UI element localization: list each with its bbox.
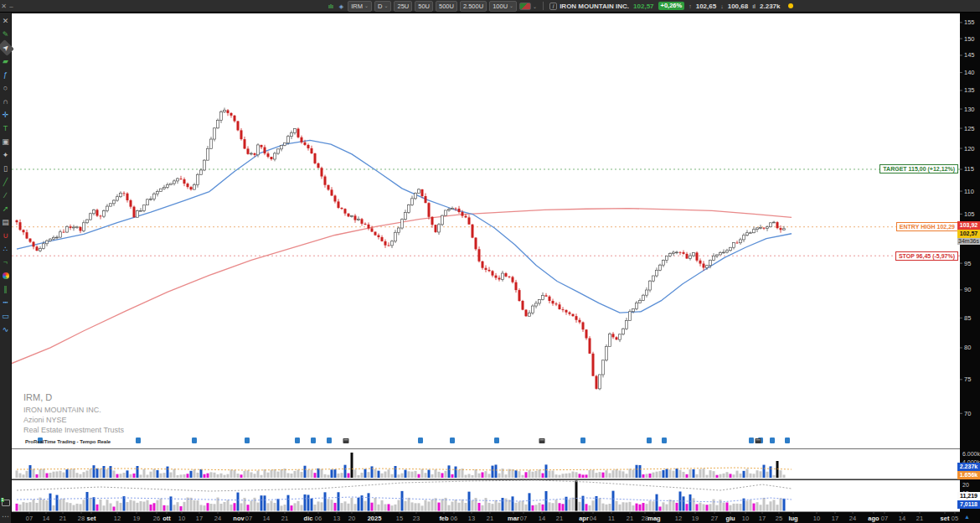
eraser-icon[interactable]: ▰ bbox=[1, 54, 11, 68]
anchor-tool-icon[interactable]: ◈ bbox=[338, 1, 345, 12]
trendline-icon[interactable]: ╱ bbox=[1, 175, 11, 189]
settings-tools-icon[interactable]: ✦ bbox=[1, 148, 11, 162]
chart-type-icon bbox=[519, 3, 531, 10]
svg-text:13: 13 bbox=[468, 515, 475, 522]
indicator-value-badge: 11,219 bbox=[957, 492, 980, 500]
svg-text:21: 21 bbox=[627, 515, 633, 522]
volume-bars-icon: ıl bbox=[752, 3, 756, 9]
symbol-dropdown[interactable]: IRM ⌄ bbox=[348, 1, 372, 12]
svg-text:27: 27 bbox=[711, 515, 718, 522]
dividend-event-icon[interactable] bbox=[192, 438, 197, 443]
svg-text:21: 21 bbox=[59, 515, 66, 522]
dividend-event-icon[interactable] bbox=[418, 438, 423, 443]
earnings-event-icon[interactable] bbox=[539, 438, 545, 443]
svg-text:20: 20 bbox=[348, 515, 355, 522]
close-icon[interactable]: ✕ bbox=[0, 0, 8, 13]
arrow-up-icon: ↑ bbox=[689, 3, 692, 9]
dividend-event-icon[interactable] bbox=[770, 438, 775, 443]
last-price-badge: 102,57 bbox=[957, 230, 980, 238]
dividend-event-icon[interactable] bbox=[580, 438, 585, 443]
magnet-icon[interactable]: ∪ bbox=[1, 229, 11, 242]
dividend-event-icon[interactable] bbox=[450, 438, 455, 443]
svg-text:apr: apr bbox=[579, 515, 589, 522]
dividend-event-icon[interactable] bbox=[785, 438, 790, 443]
alert-bell-icon[interactable]: ∩ bbox=[1, 95, 11, 108]
qty-button-500[interactable]: 500U bbox=[436, 1, 457, 12]
dividend-event-icon[interactable] bbox=[311, 438, 316, 443]
dividend-event-icon[interactable] bbox=[494, 438, 499, 443]
chart-type-dropdown[interactable]: ⌄ bbox=[519, 3, 537, 10]
qty-button-25[interactable]: 25U bbox=[394, 1, 412, 12]
color-wheel-icon[interactable] bbox=[1, 269, 11, 282]
svg-text:giu: giu bbox=[725, 515, 735, 522]
move-icon[interactable]: ✛ bbox=[1, 108, 11, 122]
svg-text:07: 07 bbox=[245, 515, 252, 522]
layout-monitor-icon[interactable]: 1 bbox=[1, 496, 11, 510]
minimize-icon[interactable]: – bbox=[8, 0, 15, 13]
platform-watermark: ProRealTime Trading - Tempo Reale bbox=[25, 439, 111, 444]
close-toolbar-icon[interactable]: ✕ bbox=[1, 14, 11, 28]
duplicate-icon[interactable]: ▣ bbox=[1, 135, 11, 148]
svg-text:24: 24 bbox=[849, 515, 856, 522]
quote-high: 102,65 bbox=[696, 3, 716, 10]
svg-text:19: 19 bbox=[133, 515, 140, 522]
entry-level-label[interactable]: ENTRY HIGH 102,29 bbox=[896, 222, 958, 231]
svg-text:12: 12 bbox=[675, 515, 682, 522]
zoom-icon[interactable]: ○ bbox=[1, 81, 11, 95]
toolbar-separator bbox=[543, 2, 544, 10]
trash-icon[interactable]: ▯ bbox=[1, 162, 11, 175]
dividend-event-icon[interactable] bbox=[245, 438, 250, 443]
pattern-icon[interactable]: ∴ bbox=[1, 242, 11, 256]
svg-text:lug: lug bbox=[788, 515, 798, 522]
target-level-label[interactable]: TARGET 115,00 (+12,12%) bbox=[879, 164, 958, 173]
svg-text:140: 140 bbox=[964, 69, 975, 76]
indicators-icon[interactable]: ƒ bbox=[1, 68, 11, 81]
svg-text:28: 28 bbox=[78, 515, 85, 522]
segment-icon[interactable]: ∕ bbox=[1, 189, 11, 202]
dividend-event-icon[interactable] bbox=[295, 438, 300, 443]
mini-candles-icon[interactable]: ılı bbox=[327, 1, 335, 12]
svg-text:10: 10 bbox=[178, 515, 185, 522]
svg-text:21: 21 bbox=[281, 515, 288, 522]
earnings-event-icon[interactable] bbox=[756, 438, 761, 443]
key-levels-icon[interactable]: ¬ bbox=[1, 256, 11, 269]
zigzag-icon[interactable]: ∿ bbox=[1, 323, 11, 336]
timeframe-dropdown[interactable]: D ⌄ bbox=[374, 1, 391, 12]
more-menu-icon[interactable]: ⋯ bbox=[1, 510, 11, 523]
svg-text:12: 12 bbox=[114, 515, 121, 522]
arrow-draw-icon[interactable]: ➚ bbox=[1, 202, 11, 215]
svg-text:06: 06 bbox=[315, 515, 322, 522]
qty-button-50[interactable]: 50U bbox=[415, 1, 433, 12]
svg-text:2025: 2025 bbox=[368, 515, 382, 522]
qty-dropdown[interactable]: 100U ⌄ bbox=[489, 1, 517, 12]
rectangle-tool-icon[interactable]: ▭ bbox=[1, 309, 11, 323]
channel-icon[interactable]: ∥ bbox=[1, 282, 11, 296]
candle-countdown-badge: 34m36s bbox=[957, 238, 980, 245]
qty-button-2500[interactable]: 2.500U bbox=[460, 1, 487, 12]
earnings-event-icon[interactable] bbox=[343, 438, 349, 443]
cursor-icon[interactable]: ➤ bbox=[0, 39, 13, 56]
chevron-down-icon: ⌄ bbox=[533, 3, 537, 9]
trend-draw-icon[interactable]: ✎ bbox=[1, 28, 11, 41]
dotted-line-icon[interactable]: ┅ bbox=[1, 296, 11, 309]
svg-text:06: 06 bbox=[451, 515, 457, 522]
dividend-event-icon[interactable] bbox=[136, 438, 141, 443]
dividend-event-icon[interactable] bbox=[662, 438, 667, 443]
stop-level-label[interactable]: STOP 96,45 (-5,97%) bbox=[895, 251, 958, 261]
drawing-toolbar: ✕✎➤▰ƒ○∩✛T▣✦▯╱∕➚▤∪∴¬∥┅▭∿1⋯ bbox=[0, 13, 12, 523]
svg-text:17: 17 bbox=[196, 515, 203, 522]
main-chart[interactable]: 1551501451401351301251201151101051009590… bbox=[0, 0, 980, 523]
text-tool-icon[interactable]: T bbox=[1, 122, 11, 135]
svg-text:110: 110 bbox=[964, 188, 974, 195]
svg-text:13: 13 bbox=[333, 515, 340, 522]
dividend-event-icon[interactable] bbox=[647, 438, 652, 443]
dividend-event-icon[interactable] bbox=[749, 438, 754, 443]
fibonacci-icon[interactable]: ▤ bbox=[1, 215, 11, 229]
quote-change-badge: +0,26% bbox=[658, 2, 685, 10]
dividend-event-icon[interactable] bbox=[327, 438, 332, 443]
info-icon[interactable]: i bbox=[549, 3, 557, 10]
svg-text:set: set bbox=[87, 515, 96, 522]
symbol-dropdown-label: IRM bbox=[351, 3, 363, 10]
svg-text:04: 04 bbox=[590, 515, 596, 522]
scroll-latest-icon[interactable]: ▲ bbox=[964, 514, 970, 520]
